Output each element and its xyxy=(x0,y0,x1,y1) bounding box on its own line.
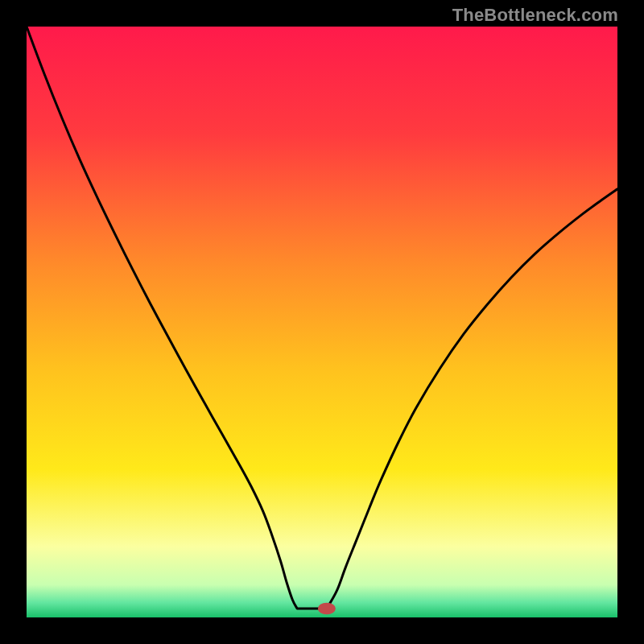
plot-area xyxy=(27,27,617,617)
gradient-background xyxy=(27,27,617,617)
chart-frame: TheBottleneck.com xyxy=(0,0,644,644)
watermark-text: TheBottleneck.com xyxy=(452,5,618,26)
optimal-point-marker xyxy=(318,603,336,615)
bottleneck-chart xyxy=(27,27,617,617)
